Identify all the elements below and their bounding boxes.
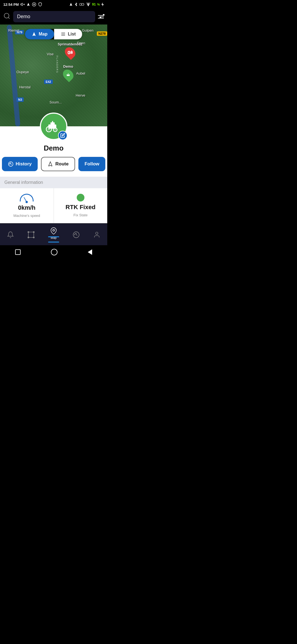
time: 12:54 PM (3, 2, 19, 7)
location-icon (69, 2, 73, 6)
svg-rect-25 (52, 121, 53, 123)
system-back-btn[interactable] (88, 249, 92, 255)
marker-sprimat[interactable]: Sprimatdemo02 (58, 42, 82, 58)
road-e42: E42 (44, 80, 53, 84)
system-square-btn[interactable] (15, 249, 21, 255)
place-herve: Herve (76, 93, 85, 97)
charging-icon (101, 2, 104, 6)
edit-badge[interactable] (58, 131, 67, 140)
geofence-icon (28, 231, 35, 238)
svg-point-29 (33, 231, 34, 233)
circle-icon (32, 2, 36, 7)
speedometer-icon (20, 194, 34, 202)
svg-point-30 (28, 237, 29, 238)
place-gulpen: Gulpen (82, 28, 94, 32)
svg-point-10 (69, 52, 70, 53)
map-toggle-btn[interactable]: Map (25, 29, 54, 39)
clock-icon (73, 231, 80, 238)
road-n3: N3 (16, 97, 24, 102)
speed-label: Machine's speed (13, 214, 40, 218)
vehicle-card: Demo History Route Follow General inform… (0, 126, 107, 223)
filter-icon[interactable] (98, 15, 104, 18)
speed-cell: 0km/h Machine's speed (0, 188, 54, 223)
map-area[interactable]: N79 N278 E42 N3 FLANDERS Riemst Gulpen V… (0, 24, 107, 126)
rtk-cell: RTK Fixed Fix State (54, 188, 108, 223)
search-input[interactable]: Demo (13, 11, 95, 22)
status-right: 91% (69, 2, 104, 6)
nav-geofence[interactable] (24, 230, 38, 240)
map-background: N79 N278 E42 N3 FLANDERS Riemst Gulpen V… (0, 24, 107, 126)
system-home-btn[interactable] (51, 249, 57, 255)
list-toggle-btn[interactable]: List (54, 29, 82, 39)
river (7, 25, 20, 126)
map-pin-icon (50, 227, 57, 234)
place-vise: Vise (47, 52, 54, 56)
section-general-info: General information (0, 177, 107, 188)
svg-point-22 (48, 128, 50, 131)
search-bar: Demo (0, 9, 107, 24)
svg-point-32 (53, 230, 55, 231)
system-nav (0, 245, 107, 259)
rtk-value: RTK Fixed (65, 204, 95, 211)
navigate-icon (26, 2, 30, 6)
place-riemst: Riemst (8, 28, 19, 32)
battery-percent: 91 (92, 2, 96, 6)
follow-button[interactable]: Follow (78, 157, 105, 171)
speed-value: 0km/h (18, 204, 35, 211)
info-grid: 0km/h Machine's speed RTK Fixed Fix Stat… (0, 188, 107, 223)
history-button[interactable]: History (2, 157, 38, 171)
bluetooth-icon (74, 2, 78, 6)
status-bar: 12:54 PM 91% (0, 0, 107, 9)
search-icon[interactable] (3, 12, 10, 21)
avatar-area (0, 113, 107, 140)
wifi-icon (86, 2, 91, 6)
nav-map[interactable]: Map (45, 226, 62, 244)
bell-icon (7, 231, 14, 238)
action-buttons: History Route Follow (0, 157, 107, 171)
map-list-toggle[interactable]: Map List (25, 29, 82, 39)
place-oupeye: Oupeye (16, 70, 29, 74)
route-button[interactable]: Route (41, 157, 75, 171)
battery-x-icon (79, 3, 84, 6)
nav-profile[interactable] (90, 230, 104, 240)
road-n278: N278 (97, 31, 107, 36)
svg-point-8 (4, 13, 9, 18)
svg-point-3 (34, 4, 35, 5)
svg-point-34 (96, 232, 98, 234)
place-soum: Soum... (50, 100, 62, 104)
rtk-status-dot (77, 194, 84, 201)
vehicle-name: Demo (0, 143, 107, 152)
svg-point-11 (70, 52, 71, 53)
bottom-nav: Map (0, 223, 107, 245)
place-aubel: Aubel (76, 71, 85, 75)
mute-icon (20, 2, 25, 7)
svg-point-28 (28, 231, 29, 233)
svg-point-31 (33, 237, 34, 238)
svg-line-9 (8, 17, 10, 19)
svg-rect-27 (28, 232, 34, 238)
nav-history[interactable] (69, 230, 83, 240)
place-herstal: Herstal (19, 85, 31, 89)
rtk-label: Fix State (73, 213, 87, 217)
shield-icon (38, 2, 42, 7)
svg-point-24 (54, 129, 56, 131)
status-left: 12:54 PM (3, 2, 42, 7)
person-icon (93, 231, 100, 238)
marker-demo[interactable]: Demo (63, 64, 73, 81)
svg-marker-7 (101, 2, 104, 6)
nav-alerts[interactable] (4, 230, 17, 240)
svg-point-2 (32, 2, 36, 6)
